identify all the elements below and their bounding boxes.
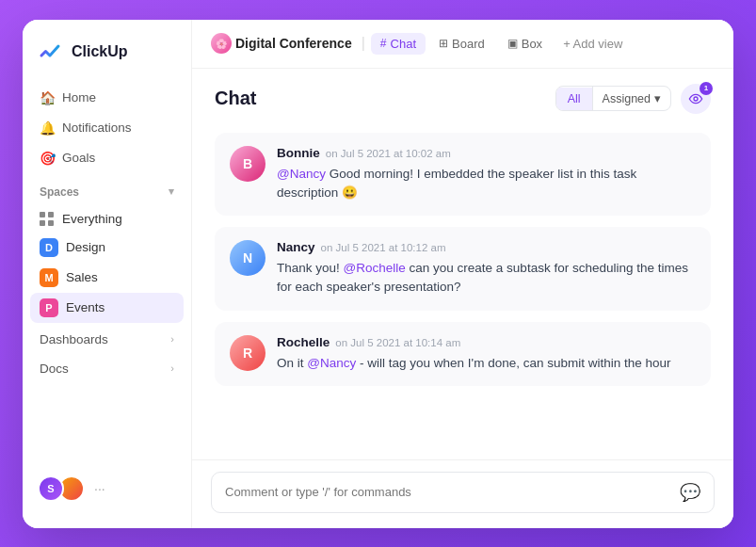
tab-chat[interactable]: # Chat bbox=[371, 33, 426, 55]
notification-badge: 1 bbox=[700, 82, 713, 95]
tab-board[interactable]: ⊞ Board bbox=[429, 33, 494, 55]
project-icon-emoji: 🌸 bbox=[216, 39, 227, 49]
assigned-label: Assigned bbox=[603, 92, 651, 105]
message-text-1: @Nancy Good morning! I embedded the spea… bbox=[277, 165, 696, 203]
sidebar-item-everything[interactable]: Everything bbox=[30, 206, 184, 233]
sidebar-item-goals[interactable]: 🎯 Goals bbox=[30, 144, 184, 172]
send-icon[interactable]: 💬 bbox=[680, 482, 700, 503]
goals-icon: 🎯 bbox=[40, 151, 55, 166]
message-text-2: Thank you! @Rochelle can you create a su… bbox=[277, 259, 696, 298]
tab-chat-label: Chat bbox=[391, 37, 416, 51]
sidebar-item-home-label: Home bbox=[62, 90, 96, 105]
bell-icon: 🔔 bbox=[40, 121, 55, 136]
top-nav: 🌸 Digital Conference | # Chat ⊞ Board ▣ … bbox=[192, 20, 733, 69]
comment-input-wrapper[interactable]: 💬 bbox=[211, 472, 715, 513]
events-badge: P bbox=[40, 298, 58, 317]
comment-input[interactable] bbox=[225, 485, 670, 499]
message-text-content-3b: - will tag you when I'm done, can submit… bbox=[360, 356, 671, 370]
events-label: Events bbox=[66, 300, 105, 314]
message-card: B Bonnie on Jul 5 2021 at 10:02 am @Nanc… bbox=[215, 133, 711, 217]
add-view-button[interactable]: + Add view bbox=[555, 33, 630, 55]
message-time-1: on Jul 5 2021 at 10:02 am bbox=[326, 148, 451, 159]
chevron-down-icon: ▾ bbox=[654, 91, 661, 105]
project-name: Digital Conference bbox=[235, 36, 352, 51]
message-text-3: On it @Nancy - will tag you when I'm don… bbox=[277, 354, 696, 373]
sidebar-item-dashboards[interactable]: Dashboards › bbox=[23, 323, 191, 352]
sidebar-item-notifications[interactable]: 🔔 Notifications bbox=[30, 114, 184, 142]
chat-header: Chat All Assigned ▾ 1 bbox=[192, 69, 733, 125]
message-meta-1: Bonnie on Jul 5 2021 at 10:02 am bbox=[277, 146, 696, 160]
spaces-label: Spaces bbox=[40, 185, 79, 199]
mention-nancy-1: @Nancy bbox=[277, 167, 326, 181]
main-content: 🌸 Digital Conference | # Chat ⊞ Board ▣ … bbox=[192, 20, 733, 528]
home-icon: 🏠 bbox=[40, 90, 55, 105]
more-options-icon[interactable]: ··· bbox=[94, 481, 105, 496]
messages-area: B Bonnie on Jul 5 2021 at 10:02 am @Nanc… bbox=[192, 125, 733, 459]
sidebar-item-design[interactable]: D Design bbox=[30, 233, 184, 263]
sidebar-item-home[interactable]: 🏠 Home bbox=[30, 84, 184, 112]
dashboards-label: Dashboards bbox=[40, 332, 108, 346]
everything-label: Everything bbox=[62, 212, 122, 226]
everything-icon bbox=[40, 212, 55, 227]
filter-assigned-button[interactable]: Assigned ▾ bbox=[592, 87, 670, 110]
bonnie-initial: B bbox=[243, 156, 252, 171]
spaces-chevron-icon: ▾ bbox=[169, 185, 174, 198]
message-text-content-2a: Thank you! bbox=[277, 261, 344, 275]
clickup-logo-icon bbox=[38, 39, 64, 65]
docs-label: Docs bbox=[40, 362, 69, 376]
sidebar-item-notifications-label: Notifications bbox=[62, 121, 132, 135]
avatar-s: S bbox=[38, 475, 64, 502]
message-meta-3: Rochelle on Jul 5 2021 at 10:14 am bbox=[277, 335, 696, 349]
app-name: ClickUp bbox=[72, 43, 128, 60]
project-icon: 🌸 bbox=[211, 33, 232, 54]
mention-nancy-3: @Nancy bbox=[307, 356, 356, 370]
message-author-2: Nancy bbox=[277, 240, 315, 254]
content-area: Chat All Assigned ▾ 1 bbox=[192, 69, 733, 528]
rochelle-initial: R bbox=[243, 346, 252, 361]
app-container: ClickUp 🏠 Home 🔔 Notifications 🎯 Goals S… bbox=[23, 20, 733, 528]
chat-title: Chat bbox=[215, 88, 256, 109]
sidebar: ClickUp 🏠 Home 🔔 Notifications 🎯 Goals S… bbox=[23, 20, 192, 528]
dashboards-chevron-icon: › bbox=[170, 333, 174, 345]
message-time-3: on Jul 5 2021 at 10:14 am bbox=[335, 337, 460, 348]
nancy-initial: N bbox=[243, 250, 252, 265]
sidebar-item-events[interactable]: P Events bbox=[30, 293, 184, 323]
message-text-content-1: Good morning! I embedded the speaker lis… bbox=[277, 167, 636, 200]
message-card: R Rochelle on Jul 5 2021 at 10:14 am On … bbox=[215, 322, 711, 386]
logo-area[interactable]: ClickUp bbox=[23, 39, 191, 84]
sidebar-bottom: S ··· bbox=[23, 464, 191, 513]
sidebar-item-goals-label: Goals bbox=[62, 151, 95, 165]
sales-label: Sales bbox=[66, 270, 98, 284]
board-icon: ⊞ bbox=[439, 37, 448, 50]
message-time-2: on Jul 5 2021 at 10:12 am bbox=[321, 242, 446, 253]
message-body-1: Bonnie on Jul 5 2021 at 10:02 am @Nancy … bbox=[277, 146, 696, 203]
design-badge: D bbox=[40, 238, 58, 257]
avatar-rochelle: R bbox=[230, 335, 265, 371]
sales-badge: M bbox=[40, 268, 58, 287]
filter-all-button[interactable]: All bbox=[556, 88, 592, 110]
notification-button[interactable]: 1 bbox=[681, 84, 711, 114]
box-icon: ▣ bbox=[507, 37, 518, 50]
message-meta-2: Nancy on Jul 5 2021 at 10:12 am bbox=[277, 240, 696, 254]
message-card: N Nancy on Jul 5 2021 at 10:12 am Thank … bbox=[215, 227, 711, 311]
tab-board-label: Board bbox=[452, 37, 485, 51]
header-right: All Assigned ▾ 1 bbox=[555, 84, 711, 114]
add-view-label: + Add view bbox=[563, 37, 622, 51]
avatar-stack: S bbox=[38, 475, 85, 502]
docs-chevron-icon: › bbox=[170, 362, 174, 374]
mention-rochelle: @Rochelle bbox=[344, 261, 406, 275]
message-body-3: Rochelle on Jul 5 2021 at 10:14 am On it… bbox=[277, 335, 696, 373]
sidebar-item-sales[interactable]: M Sales bbox=[30, 263, 184, 293]
message-author-1: Bonnie bbox=[277, 146, 320, 160]
filter-group: All Assigned ▾ bbox=[555, 86, 671, 111]
tab-box[interactable]: ▣ Box bbox=[498, 33, 552, 55]
spaces-header[interactable]: Spaces ▾ bbox=[23, 172, 191, 206]
sidebar-item-docs[interactable]: Docs › bbox=[23, 352, 191, 381]
avatar-bonnie: B bbox=[230, 146, 265, 182]
message-body-2: Nancy on Jul 5 2021 at 10:12 am Thank yo… bbox=[277, 240, 696, 298]
svg-point-0 bbox=[694, 97, 698, 101]
message-author-3: Rochelle bbox=[277, 335, 330, 349]
comment-bar: 💬 bbox=[192, 459, 733, 528]
tab-box-label: Box bbox=[522, 37, 542, 51]
nav-divider: | bbox=[362, 35, 365, 52]
